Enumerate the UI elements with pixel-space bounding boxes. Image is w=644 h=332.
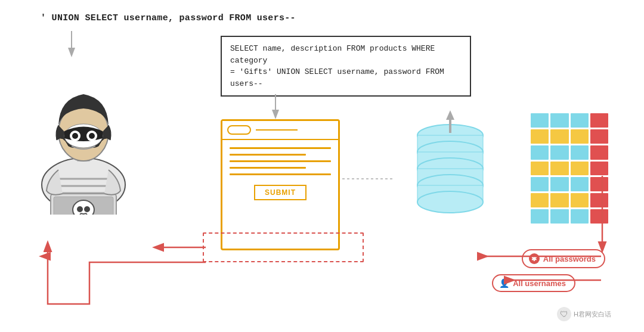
watermark-icon: 🛡 bbox=[557, 307, 571, 321]
grid-cell bbox=[531, 129, 549, 144]
database-svg bbox=[405, 110, 501, 229]
data-grid bbox=[531, 113, 608, 224]
grid-cell bbox=[550, 145, 568, 160]
svg-point-22 bbox=[89, 133, 95, 139]
grid-cell bbox=[531, 177, 549, 191]
select-query-box: SELECT name, description FROM products W… bbox=[221, 36, 471, 97]
star-icon: ✱ bbox=[529, 253, 540, 264]
usernames-label: All usernames bbox=[513, 279, 566, 288]
all-passwords-badge: ✱ All passwords bbox=[522, 249, 605, 268]
form-line-1 bbox=[230, 147, 331, 149]
browser-titlebar bbox=[222, 121, 338, 140]
all-usernames-badge: 👤 All usernames bbox=[492, 274, 575, 292]
grid-cell bbox=[590, 145, 608, 160]
svg-point-26 bbox=[77, 206, 83, 212]
browser-address-oval bbox=[227, 125, 251, 135]
browser-window: SUBMIT bbox=[221, 119, 340, 250]
grid-cell bbox=[531, 193, 549, 207]
grid-cell bbox=[590, 162, 608, 176]
svg-point-8 bbox=[417, 191, 483, 213]
grid-cell bbox=[550, 129, 568, 144]
grid-cell bbox=[590, 113, 608, 128]
passwords-label: All passwords bbox=[543, 255, 596, 263]
grid-cell bbox=[590, 177, 608, 191]
svg-point-21 bbox=[72, 133, 78, 139]
grid-cell bbox=[550, 193, 568, 207]
browser-title-line bbox=[256, 129, 298, 131]
grid-cell bbox=[571, 129, 589, 144]
grid-cell bbox=[571, 113, 589, 128]
dashed-highlight-box bbox=[203, 232, 364, 262]
form-line-5 bbox=[230, 173, 331, 175]
grid-cell bbox=[571, 177, 589, 191]
submit-button[interactable]: SUBMIT bbox=[254, 185, 306, 200]
grid-cell bbox=[550, 162, 568, 176]
database-area bbox=[405, 110, 525, 229]
form-line-4 bbox=[230, 167, 306, 169]
select-query-line2: = 'Gifts' UNION SELECT username, passwor… bbox=[230, 67, 444, 88]
grid-cell bbox=[531, 162, 549, 176]
grid-cell bbox=[550, 177, 568, 191]
grid-cell bbox=[531, 113, 549, 128]
grid-cell bbox=[590, 193, 608, 207]
grid-cell bbox=[550, 113, 568, 128]
form-line-3 bbox=[230, 160, 331, 162]
grid-cell bbox=[590, 209, 608, 224]
grid-cell bbox=[571, 209, 589, 224]
grid-cell bbox=[550, 209, 568, 224]
svg-rect-10 bbox=[449, 120, 451, 133]
grid-cell bbox=[571, 193, 589, 207]
select-query-line1: SELECT name, description FROM products W… bbox=[230, 44, 435, 65]
grid-cell bbox=[590, 129, 608, 144]
watermark: 🛡 H君网安白话 bbox=[557, 307, 611, 321]
watermark-text: H君网安白话 bbox=[574, 310, 611, 319]
sql-injection-query: ' UNION SELECT username, password FROM u… bbox=[36, 11, 301, 26]
grid-cell bbox=[571, 145, 589, 160]
person-icon: 👤 bbox=[499, 278, 509, 288]
grid-cell bbox=[531, 209, 549, 224]
browser-body: SUBMIT bbox=[222, 140, 338, 207]
svg-point-25 bbox=[73, 200, 94, 215]
grid-cell bbox=[571, 162, 589, 176]
form-line-2 bbox=[230, 154, 306, 156]
hacker-figure bbox=[18, 42, 149, 215]
svg-marker-9 bbox=[446, 110, 454, 120]
svg-point-27 bbox=[84, 206, 90, 212]
grid-cell bbox=[531, 145, 549, 160]
